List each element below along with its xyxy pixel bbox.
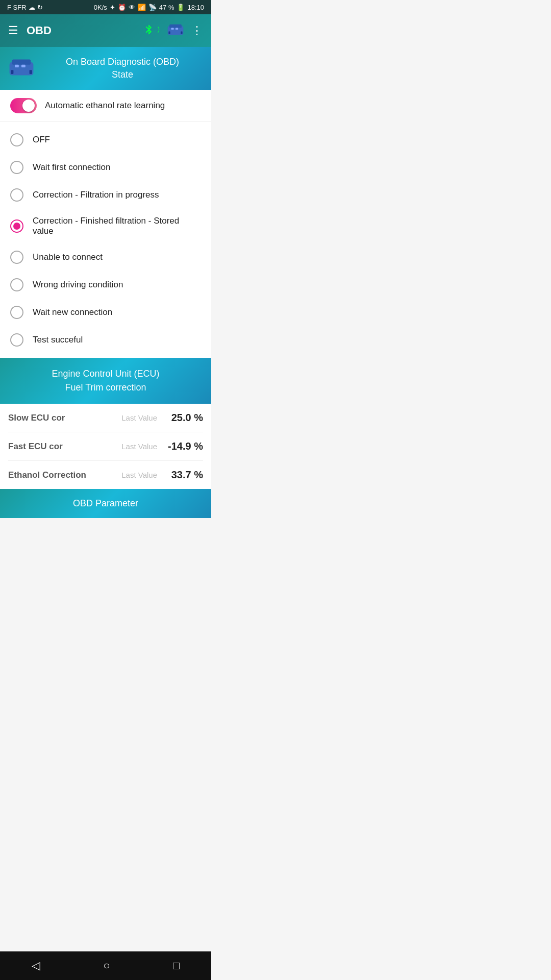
ecu-row-label-0: Slow ECU cor <box>8 413 121 423</box>
ecu-header-line1: Engine Control Unit (ECU) <box>8 367 203 381</box>
app-bar-icons: ) ⋮ <box>143 21 203 40</box>
svg-rect-3 <box>176 28 178 30</box>
toggle-row: Automatic ethanol rate learning <box>0 90 211 122</box>
radio-item-correction-in-progress[interactable]: Correction - Filtration in progress <box>0 181 211 209</box>
ecu-row-1: Fast ECU corLast Value-14.9 % <box>8 432 203 461</box>
radio-item-wait-new[interactable]: Wait new connection <box>0 299 211 326</box>
radio-label-wrong-driving: Wrong driving condition <box>33 280 123 290</box>
radio-item-unable-to-connect[interactable]: Unable to connect <box>0 243 211 271</box>
ecu-row-0: Slow ECU corLast Value25.0 % <box>8 404 203 432</box>
ecu-row-value-1: -14.9 % <box>167 440 203 452</box>
bluetooth-icon[interactable]: ) <box>143 24 160 38</box>
radio-item-correction-finished[interactable]: Correction - Finished filtration - Store… <box>0 209 211 243</box>
radio-label-correction-in-progress: Correction - Filtration in progress <box>33 190 159 200</box>
svg-rect-4 <box>168 31 170 34</box>
wifi-icon: 📶 <box>138 4 146 11</box>
sync-icon: ↻ <box>37 4 43 11</box>
svg-rect-2 <box>171 28 174 30</box>
radio-circle-correction-in-progress <box>10 188 23 202</box>
obd-device-icon <box>167 21 184 40</box>
auto-ethanol-toggle[interactable] <box>10 98 37 113</box>
radio-label-off: OFF <box>33 135 50 145</box>
svg-rect-8 <box>15 65 19 67</box>
svg-rect-11 <box>30 70 32 74</box>
battery-text: 47 % <box>159 4 174 11</box>
ecu-row-2: Ethanol CorrectionLast Value33.7 % <box>8 461 203 489</box>
radio-item-wait-first[interactable]: Wait first connection <box>0 154 211 181</box>
radio-circle-correction-finished <box>10 219 23 233</box>
radio-label-test-succeful: Test succeful <box>33 335 83 345</box>
ecu-row-value-0: 25.0 % <box>167 412 203 424</box>
obd-state-header: On Board Diagnostic (OBD) State <box>0 47 211 90</box>
obd-header-text: On Board Diagnostic (OBD) State <box>42 56 203 81</box>
radio-list: OFFWait first connectionCorrection - Fil… <box>0 122 211 358</box>
ecu-row-value-2: 33.7 % <box>167 469 203 481</box>
radio-circle-wrong-driving <box>10 278 23 291</box>
svg-rect-9 <box>21 65 26 67</box>
alarm-icon: ⏰ <box>118 4 126 11</box>
radio-item-wrong-driving[interactable]: Wrong driving condition <box>0 271 211 299</box>
radio-label-wait-new: Wait new connection <box>33 307 112 317</box>
obd-param-text: OBD Parameter <box>8 498 203 509</box>
ecu-row-sublabel-0: Last Value <box>121 413 157 422</box>
speed-text: 0K/s <box>94 4 107 11</box>
ecu-row-label-1: Fast ECU cor <box>8 442 121 452</box>
time-text: 18:10 <box>187 4 204 11</box>
radio-circle-wait-new <box>10 306 23 319</box>
ecu-header: Engine Control Unit (ECU) Fuel Trim corr… <box>0 358 211 404</box>
radio-circle-off <box>10 133 23 146</box>
status-bar: F SFR ☁ ↻ 0K/s ✦ ⏰ 👁 📶 📡 47 % 🔋 18:10 <box>0 0 211 14</box>
ecu-row-sublabel-2: Last Value <box>121 471 157 479</box>
obd-header-line1: On Board Diagnostic (OBD) <box>42 56 203 68</box>
menu-icon[interactable]: ☰ <box>8 24 18 37</box>
ecu-data: Slow ECU corLast Value25.0 %Fast ECU cor… <box>0 404 211 489</box>
app-bar: ☰ OBD ) ⋮ <box>0 14 211 47</box>
radio-circle-wait-first <box>10 161 23 174</box>
carrier-text: F SFR <box>7 4 27 11</box>
ecu-row-sublabel-1: Last Value <box>121 442 157 451</box>
obd-header-line2: State <box>42 68 203 81</box>
svg-rect-10 <box>11 70 13 74</box>
svg-rect-1 <box>169 24 182 28</box>
cloud-icon: ☁ <box>29 4 35 11</box>
radio-label-correction-finished: Correction - Finished filtration - Store… <box>33 216 201 236</box>
radio-item-test-succeful[interactable]: Test succeful <box>0 326 211 354</box>
ecu-row-label-2: Ethanol Correction <box>8 470 121 480</box>
radio-circle-unable-to-connect <box>10 251 23 264</box>
obd-param-footer: OBD Parameter <box>0 489 211 518</box>
toggle-label: Automatic ethanol rate learning <box>45 101 165 111</box>
status-right: 0K/s ✦ ⏰ 👁 📶 📡 47 % 🔋 18:10 <box>94 4 204 11</box>
status-left: F SFR ☁ ↻ <box>7 4 43 11</box>
svg-rect-5 <box>181 31 182 34</box>
ecu-header-text: Engine Control Unit (ECU) Fuel Trim corr… <box>8 367 203 395</box>
more-options-icon[interactable]: ⋮ <box>191 24 203 37</box>
battery-icon: 🔋 <box>177 4 185 11</box>
radio-label-wait-first: Wait first connection <box>33 162 110 173</box>
eye-icon: 👁 <box>129 4 135 11</box>
bluetooth-status-icon: ✦ <box>110 4 115 11</box>
signal-icon: 📡 <box>148 4 157 11</box>
svg-rect-7 <box>12 59 31 64</box>
app-title: OBD <box>27 24 143 37</box>
ecu-header-line2: Fuel Trim correction <box>8 381 203 395</box>
radio-label-unable-to-connect: Unable to connect <box>33 252 103 262</box>
radio-circle-test-succeful <box>10 333 23 347</box>
obd-header-car-icon <box>8 54 35 83</box>
radio-item-off[interactable]: OFF <box>0 126 211 154</box>
